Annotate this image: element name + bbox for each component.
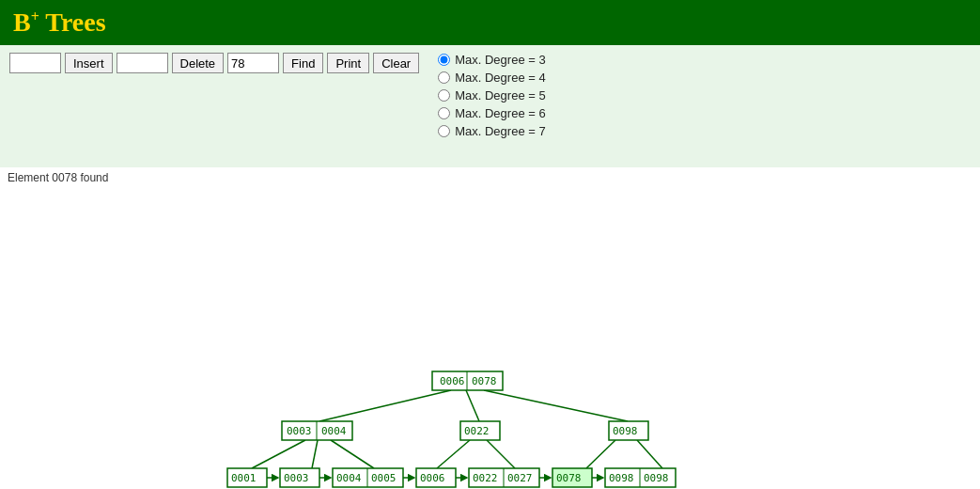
svg-line-1 (466, 390, 479, 421)
l3-node-0098-0098: 0098 0098 (605, 468, 676, 487)
l3-node-0006: 0006 (416, 468, 456, 487)
l3-node-0004-0005: 0004 0005 (333, 468, 403, 487)
l2-node-2: 0098 (609, 421, 648, 440)
svg-text:0004: 0004 (336, 472, 362, 484)
svg-text:0006: 0006 (440, 375, 465, 387)
insert-input[interactable] (9, 53, 61, 73)
tree-svg: 0006 0078 0003 0004 0022 0098 0001 (0, 188, 980, 489)
svg-text:0022: 0022 (473, 472, 498, 484)
degree-7-option[interactable]: Max. Degree = 7 (438, 124, 545, 138)
degree-4-option[interactable]: Max. Degree = 4 (438, 71, 545, 85)
svg-text:0078: 0078 (556, 472, 582, 484)
status-message: Element 0078 found (8, 171, 108, 184)
svg-line-4 (312, 440, 318, 468)
svg-line-0 (319, 390, 451, 421)
l3-node-0003: 0003 (280, 468, 319, 487)
degree-options: Max. Degree = 3 Max. Degree = 4 Max. Deg… (438, 53, 545, 138)
degree-5-option[interactable]: Max. Degree = 5 (438, 88, 545, 103)
svg-line-9 (637, 440, 662, 468)
degree-3-option[interactable]: Max. Degree = 3 (438, 53, 545, 67)
svg-text:0027: 0027 (507, 472, 533, 484)
header: B+ Trees (0, 0, 980, 45)
svg-text:0006: 0006 (420, 472, 445, 484)
l2-node-0: 0003 0004 (282, 421, 352, 440)
clear-button[interactable]: Clear (373, 53, 419, 73)
root-node: 0006 0078 (432, 371, 503, 390)
svg-text:0004: 0004 (321, 425, 347, 437)
svg-text:0098: 0098 (644, 472, 669, 484)
svg-text:0003: 0003 (287, 425, 312, 437)
l3-node-0078: 0078 (552, 468, 592, 487)
tree-area: 0006 0078 0003 0004 0022 0098 0001 (0, 188, 980, 489)
insert-button[interactable]: Insert (65, 53, 113, 73)
svg-text:0005: 0005 (371, 472, 397, 484)
svg-text:0098: 0098 (609, 472, 634, 484)
controls-bar: Insert Delete Find Print Clear (9, 53, 419, 73)
svg-line-3 (252, 440, 305, 468)
svg-text:0022: 0022 (464, 425, 490, 437)
delete-button[interactable]: Delete (172, 53, 225, 73)
svg-line-8 (586, 440, 615, 468)
find-input[interactable] (227, 53, 279, 73)
svg-line-7 (487, 440, 515, 468)
print-button[interactable]: Print (327, 53, 369, 73)
l3-node-0022-0027: 0022 0027 (469, 468, 539, 487)
svg-text:0078: 0078 (472, 375, 497, 387)
degree-6-option[interactable]: Max. Degree = 6 (438, 106, 545, 120)
page-title: B+ Trees (13, 8, 106, 38)
l3-node-0001: 0001 (227, 468, 267, 487)
toolbar: Insert Delete Find Print Clear Max. Degr… (0, 45, 980, 167)
l2-node-1: 0022 (460, 421, 500, 440)
svg-text:0001: 0001 (231, 472, 257, 484)
svg-line-2 (484, 390, 628, 421)
delete-input[interactable] (117, 53, 168, 73)
svg-text:0003: 0003 (284, 472, 309, 484)
status-bar: Element 0078 found (0, 167, 980, 188)
svg-text:0098: 0098 (613, 425, 638, 437)
svg-line-6 (437, 440, 470, 468)
svg-line-5 (331, 440, 374, 468)
find-button[interactable]: Find (283, 53, 323, 73)
